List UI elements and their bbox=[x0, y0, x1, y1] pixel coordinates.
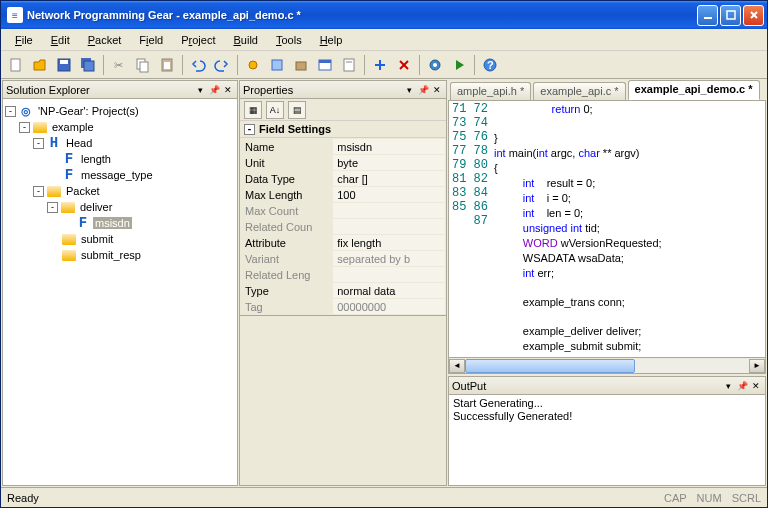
prop-row-maxlength[interactable]: Max Length100 bbox=[241, 187, 446, 203]
tool-b-button[interactable] bbox=[266, 54, 288, 76]
solution-explorer-pane: Solution Explorer ▾ 📌 ✕ -'NP-Gear': Proj… bbox=[2, 80, 238, 486]
cut-button[interactable]: ✂ bbox=[108, 54, 130, 76]
tab-example-api-demo-c[interactable]: example_api_demo.c * bbox=[628, 80, 760, 100]
tree-node-submit[interactable]: submit bbox=[5, 231, 235, 247]
tool-c-button[interactable] bbox=[290, 54, 312, 76]
menu-build[interactable]: Build bbox=[226, 32, 266, 48]
box-icon bbox=[269, 57, 285, 73]
categorized-icon[interactable]: ▦ bbox=[244, 101, 262, 119]
output-title: OutPut bbox=[452, 380, 720, 392]
alphabetical-icon[interactable]: A↓ bbox=[266, 101, 284, 119]
svg-text:?: ? bbox=[487, 59, 494, 71]
redo-button[interactable] bbox=[211, 54, 233, 76]
save-all-icon bbox=[80, 57, 96, 73]
pin-icon[interactable]: 📌 bbox=[417, 84, 429, 96]
tree-node-length[interactable]: Flength bbox=[5, 151, 235, 167]
help-button[interactable]: ? bbox=[479, 54, 501, 76]
maximize-button[interactable] bbox=[720, 5, 741, 26]
close-icon bbox=[749, 10, 759, 20]
properties-grid: Namemsisdn Unitbyte Data Typechar [] Max… bbox=[240, 138, 446, 315]
build-button[interactable] bbox=[424, 54, 446, 76]
tool-e-button[interactable] bbox=[338, 54, 360, 76]
prop-page-icon[interactable]: ▤ bbox=[288, 101, 306, 119]
svg-rect-8 bbox=[84, 61, 94, 71]
horizontal-scrollbar[interactable]: ◄ ► bbox=[448, 358, 766, 374]
prop-row-maxcount[interactable]: Max Count bbox=[241, 203, 446, 219]
scroll-right-icon[interactable]: ► bbox=[749, 359, 765, 373]
dropdown-icon[interactable]: ▾ bbox=[722, 380, 734, 392]
menu-tools[interactable]: Tools bbox=[268, 32, 310, 48]
tab-ample-api-h[interactable]: ample_api.h * bbox=[450, 82, 531, 100]
section-field-settings[interactable]: -Field Settings bbox=[240, 121, 446, 138]
prop-row-relatedcount[interactable]: Related Coun bbox=[241, 219, 446, 235]
svg-rect-4 bbox=[11, 59, 20, 71]
prop-row-variant[interactable]: Variantseparated by b bbox=[241, 251, 446, 267]
pin-icon[interactable]: 📌 bbox=[736, 380, 748, 392]
code-body[interactable]: return 0; } int main(int argc, char ** a… bbox=[494, 101, 765, 357]
tree-node-message-type[interactable]: Fmessage_type bbox=[5, 167, 235, 183]
prop-row-type[interactable]: Typenormal data bbox=[241, 283, 446, 299]
dropdown-icon[interactable]: ▾ bbox=[403, 84, 415, 96]
menu-packet[interactable]: Packet bbox=[80, 32, 130, 48]
prop-row-unit[interactable]: Unitbyte bbox=[241, 155, 446, 171]
run-button[interactable] bbox=[448, 54, 470, 76]
svg-rect-15 bbox=[272, 60, 282, 70]
output-text[interactable]: Start Generating...Successfully Generate… bbox=[449, 395, 765, 485]
tool-d-button[interactable] bbox=[314, 54, 336, 76]
close-pane-icon[interactable]: ✕ bbox=[431, 84, 443, 96]
menu-edit[interactable]: Edit bbox=[43, 32, 78, 48]
prop-row-relatedlength[interactable]: Related Leng bbox=[241, 267, 446, 283]
titlebar: ≡ Network Programming Gear - example_api… bbox=[1, 1, 767, 29]
close-button[interactable] bbox=[743, 5, 764, 26]
tree-node-example[interactable]: -example bbox=[5, 119, 235, 135]
status-scrl: SCRL bbox=[732, 492, 761, 504]
save-all-button[interactable] bbox=[77, 54, 99, 76]
separator bbox=[237, 55, 238, 75]
new-button[interactable] bbox=[5, 54, 27, 76]
undo-button[interactable] bbox=[187, 54, 209, 76]
tree-node-head[interactable]: -HHead bbox=[5, 135, 235, 151]
prop-row-tag[interactable]: Tag00000000 bbox=[241, 299, 446, 315]
prop-row-attribute[interactable]: Attributefix length bbox=[241, 235, 446, 251]
scroll-left-icon[interactable]: ◄ bbox=[449, 359, 465, 373]
tree-node-deliver[interactable]: -deliver bbox=[5, 199, 235, 215]
dropdown-icon[interactable]: ▾ bbox=[194, 84, 206, 96]
svg-point-14 bbox=[249, 61, 257, 69]
scroll-track[interactable] bbox=[465, 359, 749, 373]
save-button[interactable] bbox=[53, 54, 75, 76]
pin-icon[interactable]: 📌 bbox=[208, 84, 220, 96]
properties-pane: Properties ▾ 📌 ✕ ▦ A↓ ▤ -Field Settings … bbox=[239, 80, 447, 486]
output-header: OutPut ▾ 📌 ✕ bbox=[449, 377, 765, 395]
close-pane-icon[interactable]: ✕ bbox=[222, 84, 234, 96]
plus-icon bbox=[372, 57, 388, 73]
menubar: File Edit Packet Field Project Build Too… bbox=[1, 29, 767, 51]
open-button[interactable] bbox=[29, 54, 51, 76]
svg-rect-18 bbox=[319, 60, 331, 63]
gear-icon bbox=[245, 57, 261, 73]
add-button[interactable] bbox=[369, 54, 391, 76]
close-pane-icon[interactable]: ✕ bbox=[750, 380, 762, 392]
prop-row-datatype[interactable]: Data Typechar [] bbox=[241, 171, 446, 187]
svg-rect-13 bbox=[164, 62, 170, 69]
tree-node-submit-resp[interactable]: submit_resp bbox=[5, 247, 235, 263]
minimize-button[interactable] bbox=[697, 5, 718, 26]
copy-button[interactable] bbox=[132, 54, 154, 76]
menu-project[interactable]: Project bbox=[173, 32, 223, 48]
workspace: Solution Explorer ▾ 📌 ✕ -'NP-Gear': Proj… bbox=[1, 79, 767, 487]
toolbar: ✂ ? bbox=[1, 51, 767, 79]
menu-file[interactable]: File bbox=[7, 32, 41, 48]
package-icon bbox=[293, 57, 309, 73]
save-icon bbox=[56, 57, 72, 73]
menu-field[interactable]: Field bbox=[131, 32, 171, 48]
tool-a-button[interactable] bbox=[242, 54, 264, 76]
scroll-thumb[interactable] bbox=[465, 359, 635, 373]
remove-button[interactable] bbox=[393, 54, 415, 76]
tree-node-packet[interactable]: -Packet bbox=[5, 183, 235, 199]
menu-help[interactable]: Help bbox=[312, 32, 351, 48]
prop-row-name[interactable]: Namemsisdn bbox=[241, 139, 446, 155]
paste-button[interactable] bbox=[156, 54, 178, 76]
tab-example-api-c[interactable]: example_api.c * bbox=[533, 82, 625, 100]
code-editor[interactable]: 71 72 73 74 75 76 77 78 79 80 81 82 83 8… bbox=[448, 100, 766, 358]
tree-root[interactable]: -'NP-Gear': Project(s) bbox=[5, 103, 235, 119]
tree-node-msisdn[interactable]: Fmsisdn bbox=[5, 215, 235, 231]
